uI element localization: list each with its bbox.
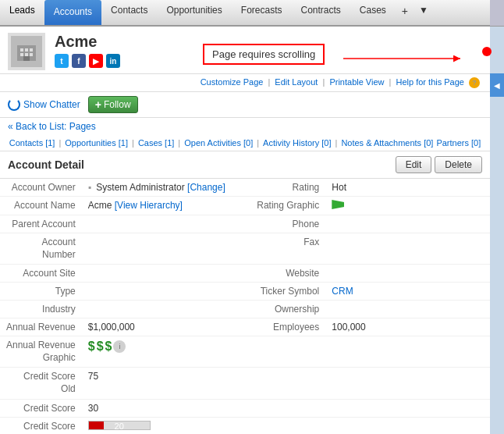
account-name-text: Acme [88, 200, 112, 211]
credit-bar: 20 [88, 421, 242, 430]
nav-item-contacts[interactable]: Contacts [101, 0, 157, 25]
nav-plus-btn[interactable]: + [396, 0, 414, 25]
cases-link[interactable]: Cases [1] [138, 138, 174, 148]
rating-value: Hot [325, 179, 490, 197]
account-name-value: Acme [View Hierarchy] [82, 197, 248, 215]
top-links: Customize Page | Edit Layout | Printable… [0, 74, 490, 92]
account-owner-change-link[interactable]: [Change] [187, 182, 225, 193]
building-icon [14, 39, 39, 64]
facebook-icon[interactable]: f [72, 54, 86, 68]
svg-rect-5 [30, 48, 33, 52]
svg-rect-9 [23, 56, 30, 61]
customize-page-link[interactable]: Customize Page [201, 77, 264, 87]
show-chatter-btn[interactable]: Show Chatter [8, 98, 80, 111]
page-scroll-note: Page requires scrolling [203, 44, 325, 65]
nav-bar: Leads Accounts Contacts Opportunities Fo… [0, 0, 504, 27]
activity-history-link[interactable]: Activity History [0] [263, 138, 331, 148]
annual-revenue-value: $1,000,000 [82, 318, 248, 336]
table-row: Parent Account Phone [0, 215, 490, 233]
svg-rect-7 [25, 53, 28, 56]
account-number-value [82, 233, 248, 265]
money-info-icon[interactable]: i [113, 340, 126, 353]
type-label: Type [0, 283, 82, 301]
nav-item-leads[interactable]: Leads [0, 0, 44, 25]
help-icon[interactable]: ? [469, 77, 480, 88]
nav-item-accounts[interactable]: Accounts [44, 0, 101, 25]
account-logo-image [11, 36, 42, 67]
employees-label: Employees [248, 318, 326, 336]
annual-revenue-label: Annual Revenue [0, 318, 82, 336]
ticker-symbol-value: CRM [325, 283, 490, 301]
chatter-label: Show Chatter [23, 99, 80, 110]
svg-rect-6 [20, 53, 23, 56]
partners-link[interactable]: Partners [0] [436, 138, 481, 148]
back-to-list-link[interactable]: « Back to List: Pages [8, 121, 96, 132]
right-panel: ◀ [490, 0, 504, 434]
website-label: Website [248, 265, 326, 283]
view-hierarchy-link[interactable]: [View Hierarchy] [115, 200, 183, 211]
credit-bar-background: 20 [88, 421, 151, 430]
parent-account-label: Parent Account [0, 215, 82, 233]
nav-item-opportunities[interactable]: Opportunities [157, 0, 231, 25]
account-site-value [82, 265, 248, 283]
collapse-button[interactable]: ◀ [490, 73, 504, 97]
credit-score-old-value: 75 [82, 368, 248, 399]
delete-button[interactable]: Delete [435, 156, 482, 173]
help-page-link[interactable]: Help for this Page [396, 77, 464, 87]
twitter-icon[interactable]: t [55, 54, 69, 68]
section-header: Account Detail Edit Delete [0, 151, 490, 179]
edit-button[interactable]: Edit [396, 156, 432, 173]
dollar-sign-2: $ [97, 340, 104, 354]
sub-links: Contacts [1] | Opportunities [1] | Cases… [0, 135, 490, 151]
rating-graphic-label: Rating Graphic [248, 197, 326, 215]
table-row: Credit Score 20 [0, 417, 490, 434]
edit-layout-link[interactable]: Edit Layout [275, 77, 318, 87]
nav-item-cases[interactable]: Cases [350, 0, 396, 25]
ticker-symbol-label: Ticker Symbol [248, 283, 326, 301]
chatter-refresh-icon [8, 98, 20, 111]
table-row: Annual Revenue $1,000,000 Employees 100,… [0, 318, 490, 336]
follow-button[interactable]: + Follow [88, 96, 138, 113]
ownership-label: Ownership [248, 301, 326, 318]
table-row: Account Site Website [0, 265, 490, 283]
credit-score-label: Credit Score [0, 399, 82, 417]
follow-plus-icon: + [95, 98, 101, 111]
back-to-list[interactable]: « Back to List: Pages [0, 118, 490, 135]
annual-revenue-graphic-value: $ $ $ i [82, 336, 248, 368]
ownership-value [325, 301, 490, 318]
table-row: Account Name Acme [View Hierarchy] Ratin… [0, 197, 490, 215]
open-activities-link[interactable]: Open Activities [0] [184, 138, 253, 148]
notes-attachments-link[interactable]: Notes & Attachments [0] [341, 138, 433, 148]
section-title: Account Detail [8, 158, 396, 171]
table-row: Account Owner ▪ System Administrator [Ch… [0, 179, 490, 197]
follow-label: Follow [104, 99, 131, 110]
fax-label: Fax [248, 233, 326, 265]
printable-view-link[interactable]: Printable View [329, 77, 384, 87]
scroll-dot [482, 47, 492, 56]
phone-value [325, 215, 490, 233]
nav-arrow-btn[interactable]: ▼ [414, 0, 433, 25]
table-row: AccountNumber Fax [0, 233, 490, 265]
detail-table: Account Owner ▪ System Administrator [Ch… [0, 179, 490, 434]
nav-item-contracts[interactable]: Contracts [291, 0, 350, 25]
credit-bar-label: 20 [115, 422, 124, 431]
credit-bar-fill: 20 [89, 422, 105, 429]
nav-item-forecasts[interactable]: Forecasts [232, 0, 292, 25]
phone-label: Phone [248, 215, 326, 233]
ticker-symbol-link[interactable]: CRM [332, 286, 353, 297]
table-row: Credit ScoreOld 75 [0, 368, 490, 399]
contacts-link[interactable]: Contacts [1] [9, 138, 55, 148]
table-row: Industry Ownership [0, 301, 490, 318]
youtube-icon[interactable]: ▶ [89, 54, 103, 68]
annual-revenue-graphic-label: Annual RevenueGraphic [0, 336, 82, 368]
website-value [325, 265, 490, 283]
credit-score-value: 30 [82, 399, 248, 417]
opportunities-link[interactable]: Opportunities [1] [65, 138, 128, 148]
credit-score-bar-label: Credit Score [0, 417, 82, 434]
industry-label: Industry [0, 301, 82, 318]
table-row: Credit Score 30 [0, 399, 490, 417]
linkedin-icon[interactable]: in [106, 54, 120, 68]
account-logo [8, 33, 45, 70]
account-site-label: Account Site [0, 265, 82, 283]
scrollbar-top [490, 0, 504, 27]
